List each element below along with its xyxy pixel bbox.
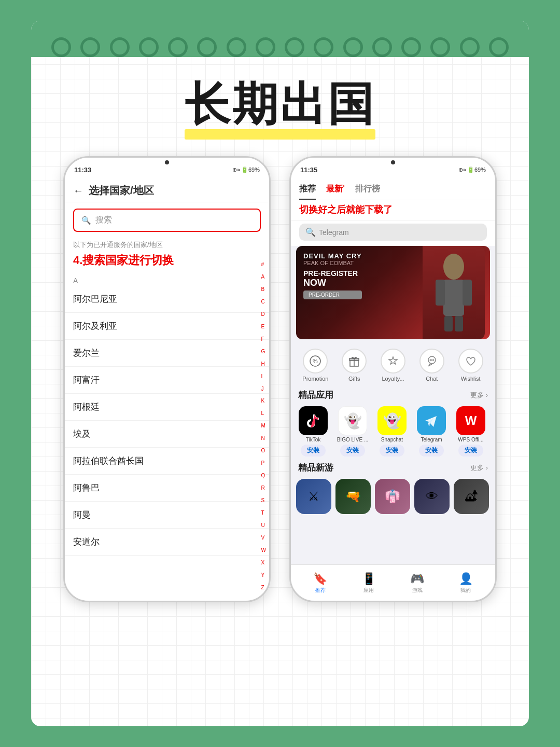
hole-13 bbox=[401, 37, 421, 57]
phone1-time: 11:33 bbox=[74, 166, 91, 174]
games-row: ⚔ 🔫 👘 👁 🏕 bbox=[291, 476, 495, 516]
app-telegram[interactable]: Telegram 安装 bbox=[414, 406, 449, 457]
phone2-search-placeholder: Telegram bbox=[319, 228, 349, 237]
game-banner[interactable]: DEVIL MAY CRY PEAK OF COMBAT PRE-REGISTE… bbox=[296, 246, 490, 339]
banner-game-title: DEVIL MAY CRY bbox=[303, 252, 362, 260]
country-item[interactable]: 阿曼 bbox=[65, 502, 269, 529]
quick-icon-promotion[interactable]: % Promotion bbox=[299, 349, 332, 382]
hole-3 bbox=[110, 37, 130, 57]
game-icon-1[interactable]: ⚔ bbox=[296, 479, 331, 514]
game-icon-4[interactable]: 👁 bbox=[414, 479, 450, 514]
nav-games[interactable]: 🎮 游戏 bbox=[410, 572, 424, 594]
bigo-name: BIGO LIVE ... bbox=[335, 437, 370, 442]
svg-rect-3 bbox=[463, 280, 472, 306]
country-item[interactable]: 阿尔巴尼亚 bbox=[65, 286, 269, 313]
phone2-camera bbox=[391, 160, 395, 164]
wps-install-btn[interactable]: 安装 bbox=[458, 445, 483, 457]
nav-apps-label: 应用 bbox=[363, 587, 374, 594]
hole-5 bbox=[168, 37, 188, 57]
wps-name: WPS Offi... bbox=[454, 437, 488, 442]
phone2-main: 推荐 最新* 排行榜 切换好之后就能下载了 🔍 Telegram bbox=[291, 178, 495, 601]
nav-recommended-label: 推荐 bbox=[315, 587, 326, 594]
game-icon-5[interactable]: 🏕 bbox=[454, 479, 489, 514]
apps-row: TikTok 安装 👻 BIGO LIVE ... 安装 bbox=[291, 403, 495, 459]
phone2-inner: 11:35 ⊕≈ 🔋69% 推荐 最新* 排行榜 bbox=[291, 158, 495, 601]
phone2-bottom-nav: 🔖 推荐 📱 应用 🎮 游戏 bbox=[291, 564, 495, 601]
game-icon-3[interactable]: 👘 bbox=[375, 479, 410, 514]
snapchat-install-btn[interactable]: 安装 bbox=[380, 445, 404, 457]
search-box[interactable]: 🔍 搜索 bbox=[73, 209, 261, 232]
games-more[interactable]: 更多 › bbox=[470, 463, 488, 473]
country-item[interactable]: 阿富汗 bbox=[65, 367, 269, 394]
app-tiktok[interactable]: TikTok 安装 bbox=[296, 406, 330, 457]
phone1-camera bbox=[165, 160, 169, 164]
phones-row: 11:33 ⊕≈ 🔋69% ← 选择国家/地区 bbox=[52, 156, 508, 602]
wishlist-label: Wishlist bbox=[461, 376, 481, 382]
country-item[interactable]: 阿根廷 bbox=[65, 394, 269, 421]
phone1-status-bar: 11:33 ⊕≈ 🔋69% bbox=[65, 158, 269, 178]
wifi-icon: ⊕≈ bbox=[232, 167, 240, 173]
bigo-install-btn[interactable]: 安装 bbox=[340, 445, 365, 457]
hole-2 bbox=[80, 37, 100, 57]
snapchat-name: Snapchat bbox=[375, 437, 409, 442]
country-item[interactable]: 爱尔兰 bbox=[65, 340, 269, 367]
country-item[interactable]: 阿尔及利亚 bbox=[65, 313, 269, 340]
phone1-header-title: 选择国家/地区 bbox=[89, 184, 154, 198]
phone1-status-icons: ⊕≈ 🔋69% bbox=[232, 167, 260, 173]
country-item[interactable]: 埃及 bbox=[65, 421, 269, 448]
phone1-notch bbox=[146, 158, 188, 167]
phone2-notch bbox=[372, 158, 414, 167]
country-item[interactable]: 阿拉伯联合酋长国 bbox=[65, 448, 269, 475]
nav-recommended-icon: 🔖 bbox=[313, 572, 327, 586]
games-header: 精品新游 更多 › bbox=[291, 459, 495, 476]
phone2-search-input[interactable]: 🔍 Telegram bbox=[299, 224, 487, 241]
tab-ranking[interactable]: 排行榜 bbox=[355, 184, 380, 200]
banner-character bbox=[423, 246, 485, 339]
banner-pre-order-btn[interactable]: PRE-ORDER bbox=[303, 290, 362, 299]
alpha-index[interactable]: # A B C D E F G H I J K L bbox=[261, 261, 266, 590]
featured-apps-header: 精品应用 更多 › bbox=[291, 386, 495, 403]
battery-icon-2: 🔋69% bbox=[467, 167, 486, 173]
back-arrow-icon[interactable]: ← bbox=[73, 185, 83, 197]
hole-14 bbox=[430, 37, 450, 57]
loyalty-icon bbox=[381, 349, 405, 374]
country-item[interactable]: 安道尔 bbox=[65, 529, 269, 556]
quick-icon-chat[interactable]: Chat bbox=[415, 349, 449, 382]
search-icon: 🔍 bbox=[81, 216, 91, 225]
wifi-icon-2: ⊕≈ bbox=[458, 167, 466, 173]
quick-icon-wishlist[interactable]: Wishlist bbox=[454, 349, 487, 382]
phone1-header: ← 选择国家/地区 bbox=[65, 178, 269, 202]
quick-icon-loyalty[interactable]: Loyalty... bbox=[376, 349, 410, 382]
app-bigo[interactable]: 👻 BIGO LIVE ... 安装 bbox=[335, 406, 370, 457]
telegram-install-btn[interactable]: 安装 bbox=[419, 445, 444, 457]
loyalty-label: Loyalty... bbox=[382, 376, 404, 382]
tab-recommended[interactable]: 推荐 bbox=[299, 184, 316, 200]
gifts-label: Gifts bbox=[348, 376, 360, 382]
telegram-name: Telegram bbox=[414, 437, 449, 442]
game-icon-2[interactable]: 🔫 bbox=[335, 479, 371, 514]
featured-apps-more[interactable]: 更多 › bbox=[470, 391, 488, 400]
alpha-hash[interactable]: # bbox=[261, 261, 266, 267]
svg-rect-5 bbox=[455, 316, 463, 331]
banner-text-block: DEVIL MAY CRY PEAK OF COMBAT PRE-REGISTE… bbox=[303, 252, 362, 299]
nav-profile[interactable]: 👤 我的 bbox=[459, 572, 473, 594]
app-wps[interactable]: W WPS Offi... 安装 bbox=[454, 406, 488, 457]
country-item[interactable]: 阿鲁巴 bbox=[65, 475, 269, 502]
tiktok-install-btn[interactable]: 安装 bbox=[301, 445, 326, 457]
nav-recommended[interactable]: 🔖 推荐 bbox=[313, 572, 327, 594]
page-title: 长期出国 bbox=[185, 74, 375, 135]
hole-7 bbox=[227, 37, 246, 57]
phone2-status-icons: ⊕≈ 🔋69% bbox=[458, 167, 486, 173]
wps-icon: W bbox=[456, 406, 485, 435]
phone2-search-area: 🔍 Telegram bbox=[291, 220, 495, 246]
svg-point-14 bbox=[432, 359, 434, 361]
app-snapchat[interactable]: 👻 Snapchat 安装 bbox=[375, 406, 409, 457]
quick-icon-gifts[interactable]: Gifts bbox=[338, 349, 371, 382]
main-content: 长期出国 11:33 ⊕≈ 🔋69% bbox=[31, 53, 529, 726]
step-label: 4.搜索国家进行切换 bbox=[65, 251, 269, 274]
hint-bar: 切换好之后就能下载了 bbox=[291, 200, 495, 220]
nav-apps[interactable]: 📱 应用 bbox=[362, 572, 376, 594]
featured-apps-title: 精品应用 bbox=[298, 389, 333, 401]
promotion-icon: % bbox=[303, 349, 328, 374]
hole-1 bbox=[51, 37, 71, 57]
